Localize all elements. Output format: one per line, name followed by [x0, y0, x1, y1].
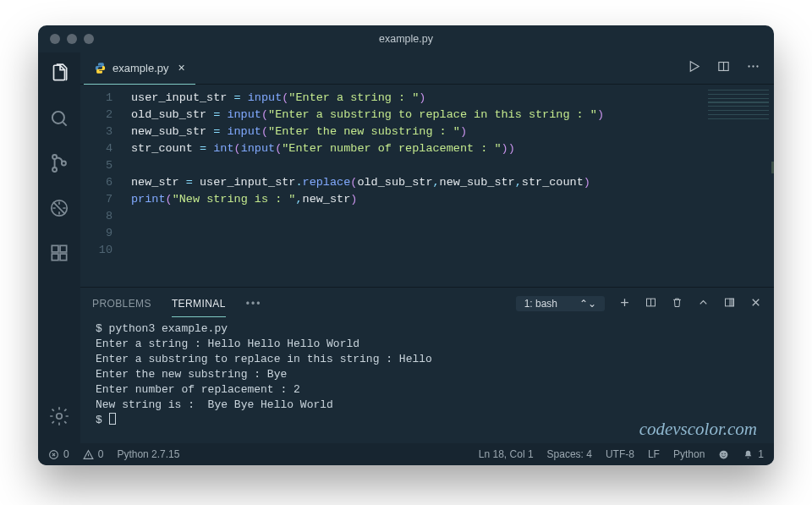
new-terminal-icon[interactable] [618, 296, 631, 311]
svg-point-18 [720, 450, 728, 458]
svg-point-11 [748, 65, 749, 67]
app-window: example.py example.py × [38, 25, 774, 465]
titlebar: example.py [38, 25, 774, 52]
tab-close-icon[interactable]: × [178, 61, 184, 74]
status-errors[interactable]: 0 [48, 448, 69, 460]
extensions-icon[interactable] [48, 242, 70, 268]
line-number-gutter: 12345678910 [80, 85, 124, 287]
svg-point-13 [756, 65, 758, 67]
explorer-icon[interactable] [48, 63, 70, 89]
split-editor-icon[interactable] [716, 59, 731, 78]
split-terminal-icon[interactable] [645, 296, 657, 311]
source-control-icon[interactable] [48, 152, 70, 178]
watermark-text: codevscolor.com [639, 419, 757, 440]
tabbar: example.py × [80, 52, 774, 85]
kill-terminal-icon[interactable] [671, 296, 683, 311]
status-encoding[interactable]: UTF-8 [606, 448, 634, 460]
svg-point-2 [52, 167, 57, 172]
chevron-updown-icon: ⌃⌄ [579, 298, 596, 310]
svg-rect-5 [52, 245, 58, 252]
content-area: example.py × 12345678910 user_input_str … [80, 52, 774, 443]
editor-actions [687, 59, 774, 78]
svg-rect-16 [730, 299, 734, 306]
code-editor[interactable]: 12345678910 user_input_str = input("Ente… [80, 85, 774, 287]
svg-point-20 [725, 453, 726, 453]
panel-tab-problems[interactable]: PROBLEMS [92, 291, 151, 316]
debug-icon[interactable] [48, 197, 70, 223]
window-title: example.py [38, 33, 774, 45]
status-warnings[interactable]: 0 [83, 448, 104, 460]
panel-tabbar: PROBLEMS TERMINAL ••• 1: bash⌃⌄ [80, 288, 774, 320]
minimap[interactable] [708, 90, 769, 122]
bottom-panel: PROBLEMS TERMINAL ••• 1: bash⌃⌄ $ python… [80, 287, 774, 443]
tab-example-py[interactable]: example.py × [84, 52, 195, 85]
status-language[interactable]: Python [673, 448, 705, 460]
status-bell-icon[interactable]: 1 [743, 448, 764, 460]
activity-bar [38, 52, 80, 443]
tab-label: example.py [112, 62, 168, 74]
main-area: example.py × 12345678910 user_input_str … [38, 52, 774, 443]
svg-rect-6 [60, 245, 67, 252]
svg-point-0 [52, 112, 64, 124]
svg-point-12 [752, 65, 754, 67]
panel-tab-terminal[interactable]: TERMINAL [172, 291, 226, 317]
run-icon[interactable] [687, 59, 701, 78]
svg-rect-8 [60, 254, 67, 261]
panel-chevron-up-icon[interactable] [697, 296, 710, 311]
svg-point-1 [52, 155, 57, 159]
close-panel-icon[interactable] [749, 296, 762, 311]
maximize-panel-icon[interactable] [723, 296, 736, 311]
more-actions-icon[interactable] [746, 59, 760, 78]
status-feedback-icon[interactable] [718, 449, 729, 460]
search-icon[interactable] [48, 107, 70, 134]
svg-point-19 [722, 453, 723, 453]
panel-tab-more-icon[interactable]: ••• [246, 291, 262, 316]
statusbar: 0 0 Python 2.7.15 Ln 18, Col 1 Spaces: 4… [38, 443, 774, 465]
status-python-version[interactable]: Python 2.7.15 [117, 448, 179, 460]
terminal-selector[interactable]: 1: bash⌃⌄ [516, 296, 605, 311]
svg-point-9 [57, 414, 63, 420]
settings-gear-icon[interactable] [48, 405, 70, 431]
code-content[interactable]: user_input_str = input("Enter a string :… [124, 85, 774, 287]
status-cursor-pos[interactable]: Ln 18, Col 1 [479, 448, 534, 460]
svg-rect-7 [52, 254, 58, 261]
status-indent[interactable]: Spaces: 4 [547, 448, 592, 460]
status-eol[interactable]: LF [648, 448, 660, 460]
python-file-icon [94, 62, 107, 74]
